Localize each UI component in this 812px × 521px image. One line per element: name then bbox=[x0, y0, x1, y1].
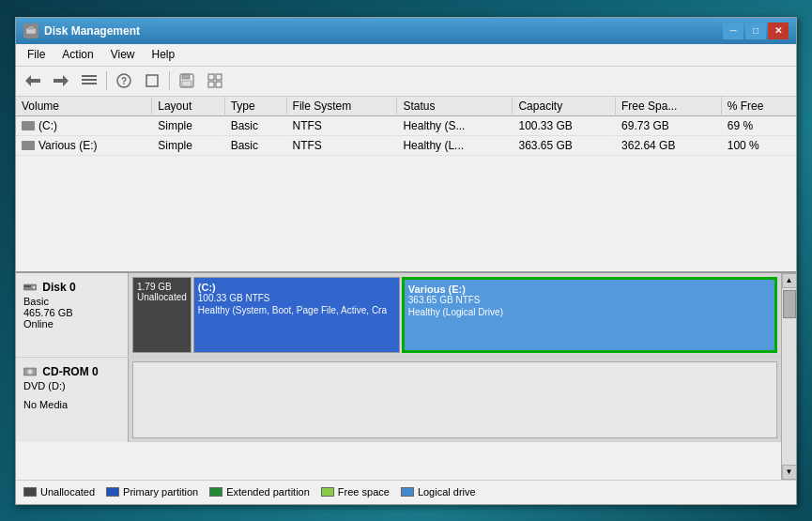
svg-rect-6 bbox=[82, 83, 97, 84]
svg-rect-16 bbox=[216, 82, 222, 87]
cell-type: Basic bbox=[224, 115, 286, 135]
partition-various-e[interactable]: Various (E:) 363.65 GB NTFS Healthy (Log… bbox=[402, 277, 777, 353]
table-container[interactable]: Volume Layout Type File System Status Ca… bbox=[16, 97, 796, 271]
legend-logical-color bbox=[401, 487, 414, 497]
toolbar-separator-2 bbox=[169, 71, 170, 90]
menu-help[interactable]: Help bbox=[145, 46, 183, 63]
col-status[interactable]: Status bbox=[397, 97, 513, 116]
legend-primary-color bbox=[106, 487, 119, 497]
scrollbar-up-arrow[interactable]: ▲ bbox=[782, 273, 797, 288]
cell-type: Basic bbox=[224, 135, 286, 155]
cell-capacity: 100.33 GB bbox=[513, 115, 616, 135]
close-button[interactable]: ✕ bbox=[768, 23, 789, 39]
col-pctfree[interactable]: % Free bbox=[721, 97, 796, 116]
scrollbar-track[interactable]: ▲ ▼ bbox=[781, 273, 796, 480]
legend-unallocated-color bbox=[23, 487, 37, 497]
cell-status: Healthy (L... bbox=[397, 135, 513, 155]
table-header-row: Volume Layout Type File System Status Ca… bbox=[16, 97, 796, 116]
main-content: Volume Layout Type File System Status Ca… bbox=[16, 97, 796, 504]
minimize-button[interactable]: ─ bbox=[723, 23, 743, 39]
cdrom-partitions bbox=[129, 358, 781, 442]
menu-action[interactable]: Action bbox=[54, 46, 100, 63]
partition-unallocated-size: 1.79 GB bbox=[137, 282, 187, 292]
svg-point-22 bbox=[29, 371, 31, 373]
disk-0-type: Basic bbox=[23, 296, 120, 307]
toolbar: ? bbox=[16, 67, 796, 97]
svg-text:?: ? bbox=[121, 76, 127, 86]
table-body: (C:) Simple Basic NTFS Healthy (S... 100… bbox=[16, 115, 796, 155]
legend-extended: Extended partition bbox=[209, 486, 310, 498]
legend: Unallocated Primary partition Extended p… bbox=[16, 480, 796, 504]
col-freespace[interactable]: Free Spa... bbox=[616, 97, 722, 116]
svg-marker-2 bbox=[25, 75, 40, 86]
menu-file[interactable]: File bbox=[20, 46, 53, 63]
cdrom-block bbox=[132, 361, 777, 438]
toolbar-save-button[interactable] bbox=[174, 69, 200, 93]
svg-rect-12 bbox=[182, 81, 192, 86]
partition-c-drive[interactable]: (C:) 100.33 GB NTFS Healthy (System, Boo… bbox=[193, 277, 400, 353]
svg-rect-4 bbox=[82, 75, 97, 77]
cdrom-row: CD-ROM 0 DVD (D:) No Media bbox=[16, 358, 781, 442]
cell-pctfree: 69 % bbox=[721, 115, 796, 135]
toolbar-help-button[interactable]: ? bbox=[111, 69, 137, 93]
volume-table: Volume Layout Type File System Status Ca… bbox=[16, 97, 796, 156]
toolbar-separator-1 bbox=[106, 71, 107, 90]
partition-c-size: 100.33 GB NTFS bbox=[198, 293, 395, 303]
app-icon bbox=[23, 23, 38, 38]
legend-logical: Logical drive bbox=[401, 486, 476, 498]
disk-0-label: Disk 0 Basic 465.76 GB Online bbox=[16, 273, 129, 357]
legend-primary-label: Primary partition bbox=[123, 486, 198, 498]
col-volume[interactable]: Volume bbox=[16, 97, 152, 116]
partition-unallocated[interactable]: 1.79 GB Unallocated bbox=[132, 277, 192, 353]
col-type[interactable]: Type bbox=[224, 97, 286, 116]
partition-unallocated-desc: Unallocated bbox=[137, 292, 187, 302]
scrollbar-down-arrow[interactable]: ▼ bbox=[782, 465, 797, 480]
svg-point-18 bbox=[33, 286, 36, 289]
disk-row-0: Disk 0 Basic 465.76 GB Online 1.79 GB Un… bbox=[16, 273, 781, 358]
svg-rect-13 bbox=[208, 74, 214, 80]
disk-0-name: Disk 0 bbox=[23, 281, 120, 294]
cell-layout: Simple bbox=[152, 115, 224, 135]
disk-management-window: Disk Management ─ □ ✕ File Action View H… bbox=[15, 17, 797, 505]
cell-layout: Simple bbox=[152, 135, 224, 155]
lower-panel: Disk 0 Basic 465.76 GB Online 1.79 GB Un… bbox=[16, 273, 796, 480]
cell-filesystem: NTFS bbox=[286, 135, 397, 155]
partition-various-label: Various (E:) bbox=[408, 283, 771, 295]
table-row[interactable]: (C:) Simple Basic NTFS Healthy (S... 100… bbox=[16, 115, 796, 135]
menu-view[interactable]: View bbox=[103, 46, 143, 63]
svg-rect-14 bbox=[216, 74, 222, 80]
maximize-button[interactable]: □ bbox=[745, 23, 766, 39]
legend-freespace: Free space bbox=[321, 486, 390, 498]
toolbar-back-button[interactable] bbox=[20, 69, 46, 93]
toolbar-square-button[interactable] bbox=[139, 69, 165, 93]
toolbar-list-button[interactable] bbox=[76, 69, 102, 93]
window-title: Disk Management bbox=[44, 24, 140, 38]
cell-volume: (C:) bbox=[16, 115, 152, 135]
cell-freespace: 362.64 GB bbox=[616, 135, 722, 155]
title-bar-left: Disk Management bbox=[23, 23, 140, 38]
toolbar-grid-button[interactable] bbox=[202, 69, 228, 93]
partition-various-desc: Healthy (Logical Drive) bbox=[408, 307, 771, 317]
partition-various-size: 363.65 GB NTFS bbox=[408, 295, 771, 305]
menu-bar: File Action View Help bbox=[16, 44, 796, 67]
legend-primary: Primary partition bbox=[106, 486, 198, 498]
legend-freespace-color bbox=[321, 487, 334, 497]
cdrom-status: No Media bbox=[23, 399, 120, 410]
legend-extended-label: Extended partition bbox=[226, 486, 310, 498]
table-row[interactable]: Various (E:) Simple Basic NTFS Healthy (… bbox=[16, 135, 796, 155]
toolbar-forward-button[interactable] bbox=[48, 69, 74, 93]
svg-rect-19 bbox=[24, 285, 31, 287]
cell-capacity: 363.65 GB bbox=[513, 135, 616, 155]
svg-rect-9 bbox=[146, 75, 158, 86]
scrollbar-thumb[interactable] bbox=[783, 290, 796, 318]
lower-scroll[interactable]: Disk 0 Basic 465.76 GB Online 1.79 GB Un… bbox=[16, 273, 781, 480]
partition-c-desc: Healthy (System, Boot, Page File, Active… bbox=[198, 305, 395, 315]
col-layout[interactable]: Layout bbox=[152, 97, 224, 116]
upper-panel: Volume Layout Type File System Status Ca… bbox=[16, 97, 796, 273]
col-filesystem[interactable]: File System bbox=[286, 97, 397, 116]
col-capacity[interactable]: Capacity bbox=[513, 97, 616, 116]
svg-rect-15 bbox=[208, 82, 214, 87]
cell-status: Healthy (S... bbox=[397, 115, 513, 135]
legend-unallocated-label: Unallocated bbox=[40, 486, 95, 498]
legend-unallocated: Unallocated bbox=[23, 486, 95, 498]
